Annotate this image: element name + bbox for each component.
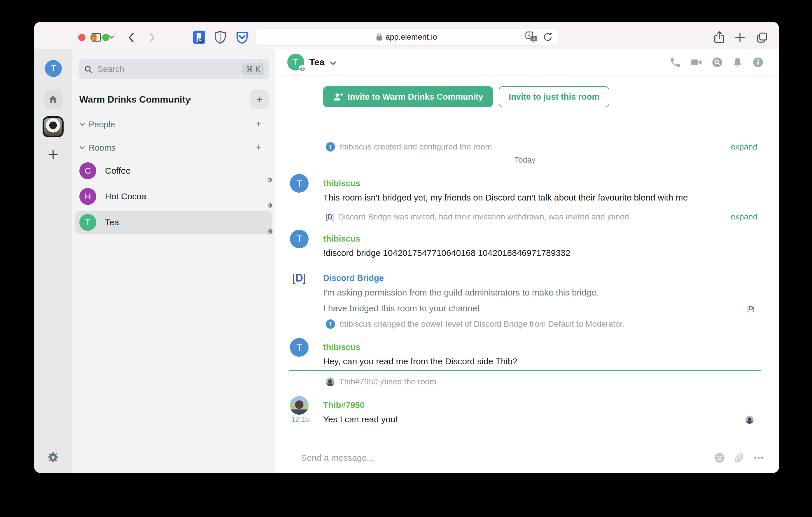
share-icon[interactable] <box>713 31 726 44</box>
notifications-bell-icon[interactable] <box>732 57 744 68</box>
room-name: Coffee <box>105 166 130 176</box>
expand-link[interactable]: expand <box>731 212 757 221</box>
add-people-button[interactable] <box>255 120 263 129</box>
people-section-label: People <box>89 120 115 129</box>
new-tab-icon[interactable] <box>733 31 746 44</box>
plus-icon <box>255 120 263 128</box>
settings-button[interactable] <box>47 451 60 465</box>
voice-call-icon[interactable] <box>669 57 681 68</box>
more-options-icon[interactable] <box>753 452 764 464</box>
shield-extension-icon[interactable] <box>214 30 226 44</box>
member-mini-avatar <box>326 377 335 386</box>
event-text: thibiscus changed the power level of Dis… <box>340 320 625 329</box>
sidebar-chevron-down-icon[interactable] <box>109 35 115 39</box>
invite-to-community-button[interactable]: Invite to Warm Drinks Community <box>323 86 493 107</box>
event-text: Discord Bridge was invited, had their in… <box>338 212 629 221</box>
expand-link[interactable]: expand <box>731 142 757 152</box>
svg-text:a: a <box>533 36 536 41</box>
discord-bridge-read-receipt[interactable]: [D] <box>747 305 754 312</box>
sender-name[interactable]: thibiscus <box>323 178 360 188</box>
sender-avatar[interactable]: T <box>290 174 309 193</box>
separator-line <box>289 160 507 160</box>
message-text: !discord bridge 1042017547710640168 1042… <box>323 248 570 258</box>
password-manager-extension-icon[interactable] <box>193 30 206 44</box>
add-to-community-button[interactable] <box>250 90 269 109</box>
sender-avatar[interactable] <box>290 396 309 415</box>
attachment-icon[interactable] <box>733 452 745 464</box>
rooms-section-header[interactable]: Rooms <box>72 141 275 154</box>
emoji-icon[interactable] <box>714 452 725 464</box>
pocket-extension-icon[interactable] <box>235 31 249 44</box>
address-bar[interactable]: app.element.io Aa <box>255 29 558 45</box>
bridge-membership-event: [D] Discord Bridge was invited, had thei… <box>326 212 629 222</box>
space-rail: T <box>34 49 72 473</box>
read-receipt-avatar[interactable] <box>746 416 754 424</box>
people-section-header[interactable]: People <box>72 118 275 131</box>
message-text: This room isn't bridged yet, my friends … <box>323 193 688 203</box>
avatar: T <box>326 320 335 329</box>
room-header: T Tea <box>276 49 779 75</box>
event-text: Thib#7950 joined the room <box>339 377 436 387</box>
message-text: Yes I can read you! <box>323 415 398 424</box>
browser-toolbar: app.element.io Aa <box>34 22 779 49</box>
invite-to-room-button[interactable]: Invite to just this room <box>499 86 609 107</box>
chevron-down-icon <box>79 122 85 126</box>
community-chevron-down-icon <box>185 98 192 103</box>
sidebar-toggle-icon[interactable] <box>90 31 102 43</box>
tab-overview-icon[interactable] <box>755 31 768 44</box>
reload-icon[interactable] <box>543 31 553 42</box>
sender-name[interactable]: thibiscus <box>323 342 360 352</box>
home-icon <box>48 94 58 104</box>
sender-name[interactable]: Discord Bridge <box>323 273 384 283</box>
sender-name[interactable]: thibiscus <box>323 234 360 244</box>
invite-community-label: Invite to Warm Drinks Community <box>348 92 483 102</box>
event-text: thibiscus created and configured the roo… <box>340 142 494 152</box>
message-timestamp: 12:15 <box>290 415 310 424</box>
home-space-button[interactable] <box>44 90 62 109</box>
message-text: I have bridged this room to your channel <box>323 303 479 313</box>
plus-icon <box>255 95 264 104</box>
room-item-tea[interactable]: T Tea <box>75 211 272 234</box>
sender-avatar[interactable]: T <box>290 338 309 357</box>
public-room-globe-icon <box>299 65 306 72</box>
chevron-down-icon <box>79 146 85 150</box>
room-item-hot-cocoa[interactable]: H Hot Cocoa <box>75 185 272 208</box>
add-room-button[interactable] <box>255 143 263 152</box>
room-search-icon[interactable] <box>712 57 723 68</box>
close-window-button[interactable] <box>78 34 85 41</box>
avatar: T <box>326 142 335 152</box>
search-input[interactable]: Search ⌘ K <box>79 59 269 79</box>
room-created-event: T thibiscus created and configured the r… <box>326 142 494 152</box>
public-room-globe-icon <box>266 202 273 209</box>
sender-avatar[interactable]: T <box>290 230 309 248</box>
public-room-globe-icon <box>266 227 273 235</box>
back-button[interactable] <box>126 32 137 43</box>
room-name: Tea <box>105 217 119 227</box>
member-joined-event: Thib#7950 joined the room <box>326 376 436 387</box>
svg-text:A: A <box>528 33 531 38</box>
room-avatar: T <box>79 214 96 231</box>
community-space-avatar[interactable] <box>42 116 64 137</box>
day-label: Today <box>507 156 543 165</box>
sender-name[interactable]: Thib#7950 <box>323 400 365 410</box>
invite-room-label: Invite to just this room <box>509 92 599 102</box>
unread-marker-line <box>289 370 761 371</box>
video-call-icon[interactable] <box>690 57 703 68</box>
room-info-icon[interactable] <box>752 57 764 68</box>
forward-button[interactable] <box>147 32 157 43</box>
user-avatar[interactable]: T <box>45 60 62 77</box>
message-text: I'm asking permission from the guild adm… <box>323 287 599 298</box>
room-item-coffee[interactable]: C Coffee <box>75 159 272 182</box>
discord-bridge-avatar[interactable]: [D] <box>290 269 309 287</box>
invite-user-icon <box>333 92 343 101</box>
message-composer-input[interactable]: Send a message... <box>301 453 374 463</box>
browser-window: app.element.io Aa T <box>34 22 779 473</box>
community-header[interactable]: Warm Drinks Community <box>72 90 275 109</box>
lock-icon <box>376 33 382 41</box>
room-chevron-down-icon[interactable] <box>329 61 337 67</box>
room-avatar: H <box>79 188 96 205</box>
room-title[interactable]: Tea <box>309 57 325 68</box>
community-name: Warm Drinks Community <box>79 94 191 105</box>
translate-icon[interactable]: Aa <box>525 31 538 43</box>
add-space-button[interactable] <box>47 148 60 162</box>
